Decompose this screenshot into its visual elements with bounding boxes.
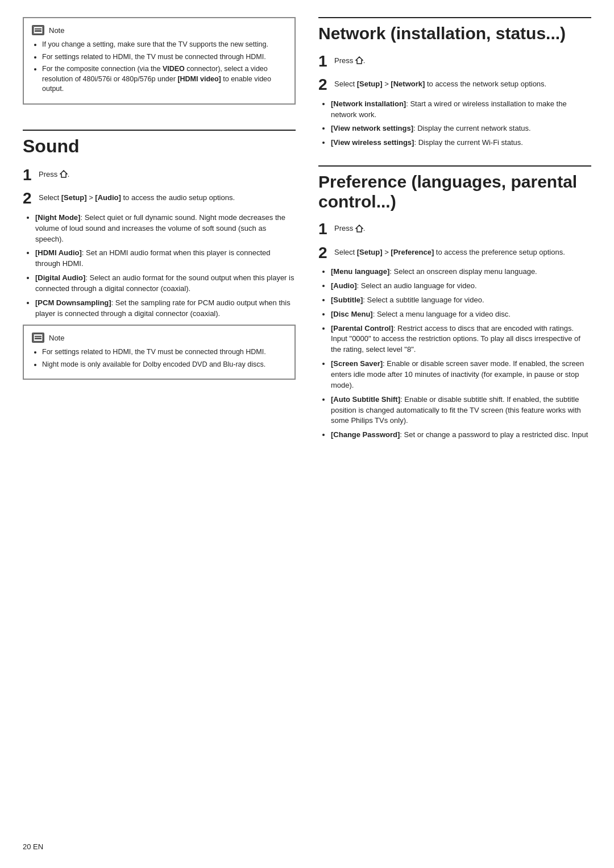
note-box-bottom: Note For settings related to HDMI, the T… (23, 325, 296, 380)
bullet-audio: [Audio]: Select an audio language for vi… (331, 281, 591, 292)
bullet-hdmi-audio: [HDMI Audio]: Set an HDMI audio format w… (35, 248, 296, 269)
sound-divider (23, 130, 296, 131)
home-icon-sound-1 (60, 170, 68, 178)
bullet-screen-saver: [Screen Saver]: Enable or disable screen… (331, 359, 591, 391)
network-step2: 2 Select [Setup] > [Network] to access t… (318, 75, 591, 94)
note-box-top: Note If you change a setting, make sure … (23, 17, 296, 105)
note-item-b1: For settings related to HDMI, the TV mus… (42, 347, 287, 358)
sound-step1: 1 Press . (23, 165, 296, 185)
home-icon-pref-1 (355, 225, 363, 232)
bullet-parental: [Parental Control]: Restrict access to d… (331, 323, 591, 356)
note-icon-top (32, 25, 44, 35)
bullet-change-password: [Change Password]: Set or change a passw… (331, 430, 591, 441)
note-label-bottom: Note (49, 334, 64, 342)
preference-step1: 1 Press . (318, 219, 591, 239)
network-bullets: [Network installation]: Start a wired or… (318, 99, 591, 148)
preference-title: Preference (languages, parental control.… (318, 172, 591, 211)
bullet-network-install: [Network installation]: Start a wired or… (331, 99, 591, 121)
net-step1-content: Press . (334, 52, 365, 67)
pref-step-num-1: 1 (318, 219, 334, 239)
net-step-num-1: 1 (318, 52, 334, 71)
bullet-view-network: [View network settings]: Display the cur… (331, 123, 591, 134)
bullet-pcm: [PCM Downsampling]: Set the sampling rat… (35, 298, 296, 319)
pref-step1-content: Press . (334, 219, 365, 234)
note-header-top: Note (32, 25, 287, 35)
left-column: Note If you change a setting, make sure … (23, 17, 296, 446)
svg-marker-8 (356, 225, 363, 232)
note-item: If you change a setting, make sure that … (42, 40, 287, 50)
bullet-view-wireless: [View wireless settings]: Display the cu… (331, 138, 591, 148)
pref-step2-content: Select [Setup] > [Preference] to access … (334, 243, 565, 258)
bullet-night-mode: [Night Mode]: Select quiet or full dynam… (35, 213, 296, 245)
step1-content: Press . (39, 165, 69, 180)
network-step1: 1 Press . (318, 52, 591, 71)
sound-title: Sound (23, 136, 296, 156)
spacer1 (23, 118, 296, 130)
note-label-top: Note (49, 26, 64, 35)
bullet-menu-lang: [Menu language]: Select an onscreen disp… (331, 267, 591, 277)
network-divider (318, 17, 591, 18)
svg-marker-3 (60, 171, 67, 177)
note-header-bottom: Note (32, 333, 287, 343)
sound-bullets: [Night Mode]: Select quiet or full dynam… (23, 213, 296, 319)
net-step2-content: Select [Setup] > [Network] to access the… (334, 75, 546, 90)
note-item-b2: Night mode is only available for Dolby e… (42, 360, 287, 370)
spacer2 (318, 154, 591, 165)
network-title: Network (installation, status...) (318, 24, 591, 44)
preference-divider (318, 165, 591, 167)
preference-step2: 2 Select [Setup] > [Preference] to acces… (318, 243, 591, 263)
pref-step-num-2: 2 (318, 243, 334, 263)
home-icon-network-1 (355, 56, 363, 64)
note-item: For settings related to HDMI, the TV mus… (42, 52, 287, 63)
note-icon-bottom (32, 333, 44, 343)
net-step-num-2: 2 (318, 75, 334, 94)
note-item: For the composite connection (via the VI… (42, 64, 287, 94)
step2-content: Select [Setup] > [Audio] to access the a… (39, 189, 235, 203)
step-num-2: 2 (23, 189, 39, 208)
page-footer: 20 EN (23, 842, 43, 851)
sound-step2: 2 Select [Setup] > [Audio] to access the… (23, 189, 296, 208)
note-list-top: If you change a setting, make sure that … (32, 40, 287, 94)
right-column: Network (installation, status...) 1 Pres… (318, 17, 591, 446)
step-num-1: 1 (23, 165, 39, 185)
preference-bullets: [Menu language]: Select an onscreen disp… (318, 267, 591, 441)
bullet-auto-subtitle: [Auto Subtitle Shift]: Enable or disable… (331, 394, 591, 427)
note-list-bottom: For settings related to HDMI, the TV mus… (32, 347, 287, 369)
svg-marker-7 (356, 57, 363, 64)
bullet-digital-audio: [Digital Audio]: Select an audio format … (35, 273, 296, 294)
bullet-subtitle: [Subtitle]: Select a subtitle language f… (331, 295, 591, 306)
bullet-disc-menu: [Disc Menu]: Select a menu language for … (331, 309, 591, 320)
